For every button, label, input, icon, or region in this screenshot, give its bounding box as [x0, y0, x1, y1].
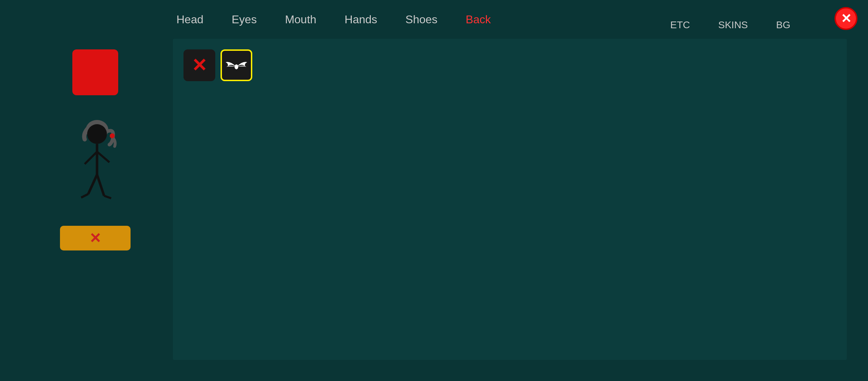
- item-wings[interactable]: [221, 49, 252, 81]
- nav-bg[interactable]: BG: [776, 19, 790, 31]
- svg-line-6: [88, 175, 97, 194]
- remove-icon: ✕: [89, 230, 101, 246]
- svg-line-7: [97, 175, 104, 196]
- svg-point-10: [235, 64, 239, 69]
- character-preview: [60, 109, 131, 208]
- nav-shoes[interactable]: Shoes: [405, 13, 438, 26]
- left-panel: ✕: [28, 39, 162, 346]
- close-button[interactable]: ✕: [834, 7, 857, 30]
- none-icon: ✕: [192, 56, 207, 74]
- item-none[interactable]: ✕: [183, 49, 215, 81]
- remove-button[interactable]: ✕: [60, 226, 131, 250]
- nav-etc[interactable]: ETC: [670, 19, 690, 31]
- svg-point-2: [87, 124, 107, 144]
- svg-line-4: [85, 152, 97, 164]
- nav-skins[interactable]: SKINS: [718, 19, 748, 31]
- nav-head[interactable]: Head: [176, 13, 204, 26]
- close-icon: ✕: [841, 11, 851, 26]
- color-swatch[interactable]: [72, 49, 118, 95]
- right-navigation: ETC SKINS BG: [670, 19, 791, 31]
- character-svg: [60, 109, 131, 208]
- svg-line-9: [104, 196, 111, 198]
- wings-icon: [224, 58, 249, 73]
- svg-line-5: [97, 152, 109, 162]
- nav-hands[interactable]: Hands: [345, 13, 378, 26]
- svg-point-1: [110, 133, 115, 138]
- nav-back[interactable]: Back: [466, 13, 491, 26]
- nav-mouth[interactable]: Mouth: [285, 13, 317, 26]
- nav-items: Head Eyes Mouth Hands Shoes Back: [176, 13, 491, 26]
- item-grid: ✕: [183, 49, 836, 81]
- main-panel: ✕: [173, 39, 847, 360]
- svg-line-8: [81, 194, 88, 198]
- nav-eyes[interactable]: Eyes: [232, 13, 257, 26]
